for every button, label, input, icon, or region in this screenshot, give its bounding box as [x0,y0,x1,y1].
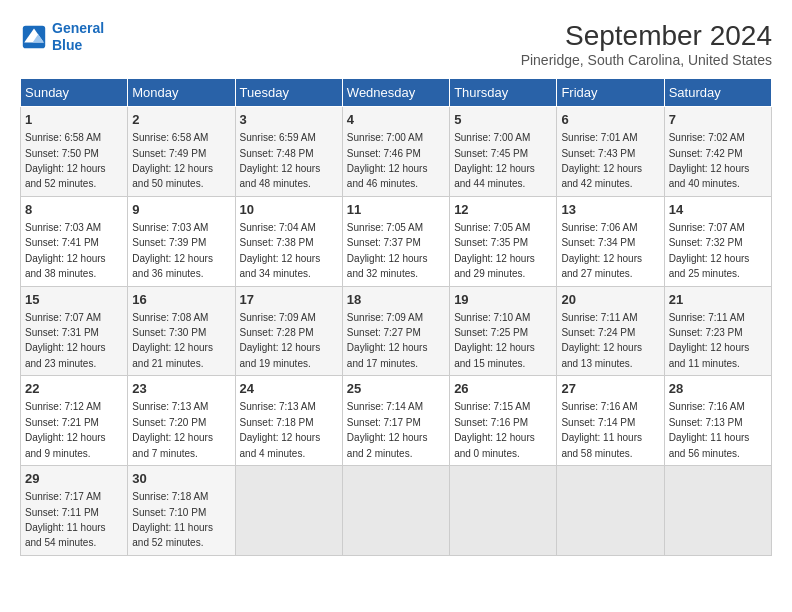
day-number: 26 [454,380,552,398]
weekday-header-row: SundayMondayTuesdayWednesdayThursdayFrid… [21,79,772,107]
location-text: Pineridge, South Carolina, United States [521,52,772,68]
page-header: General Blue September 2024 Pineridge, S… [20,20,772,68]
day-number: 5 [454,111,552,129]
weekday-header-monday: Monday [128,79,235,107]
day-info: Sunrise: 7:03 AMSunset: 7:41 PMDaylight:… [25,222,106,279]
day-info: Sunrise: 7:18 AMSunset: 7:10 PMDaylight:… [132,491,213,548]
calendar-cell [450,466,557,556]
weekday-header-sunday: Sunday [21,79,128,107]
logo-text: General Blue [52,20,104,54]
calendar-week-2: 8 Sunrise: 7:03 AMSunset: 7:41 PMDayligh… [21,196,772,286]
weekday-header-tuesday: Tuesday [235,79,342,107]
day-number: 20 [561,291,659,309]
day-info: Sunrise: 7:09 AMSunset: 7:28 PMDaylight:… [240,312,321,369]
day-info: Sunrise: 7:09 AMSunset: 7:27 PMDaylight:… [347,312,428,369]
calendar-cell: 1 Sunrise: 6:58 AMSunset: 7:50 PMDayligh… [21,107,128,197]
day-number: 7 [669,111,767,129]
day-number: 17 [240,291,338,309]
day-number: 13 [561,201,659,219]
day-number: 3 [240,111,338,129]
day-number: 21 [669,291,767,309]
calendar-cell: 11 Sunrise: 7:05 AMSunset: 7:37 PMDaylig… [342,196,449,286]
day-number: 22 [25,380,123,398]
calendar-cell: 17 Sunrise: 7:09 AMSunset: 7:28 PMDaylig… [235,286,342,376]
day-info: Sunrise: 6:58 AMSunset: 7:49 PMDaylight:… [132,132,213,189]
day-number: 18 [347,291,445,309]
day-number: 4 [347,111,445,129]
weekday-header-saturday: Saturday [664,79,771,107]
calendar-cell: 5 Sunrise: 7:00 AMSunset: 7:45 PMDayligh… [450,107,557,197]
day-info: Sunrise: 7:13 AMSunset: 7:18 PMDaylight:… [240,401,321,458]
month-title: September 2024 [521,20,772,52]
day-info: Sunrise: 7:05 AMSunset: 7:35 PMDaylight:… [454,222,535,279]
calendar-cell: 28 Sunrise: 7:16 AMSunset: 7:13 PMDaylig… [664,376,771,466]
logo-line1: General [52,20,104,36]
day-info: Sunrise: 7:06 AMSunset: 7:34 PMDaylight:… [561,222,642,279]
calendar-cell: 18 Sunrise: 7:09 AMSunset: 7:27 PMDaylig… [342,286,449,376]
day-number: 2 [132,111,230,129]
calendar-cell: 20 Sunrise: 7:11 AMSunset: 7:24 PMDaylig… [557,286,664,376]
day-info: Sunrise: 7:07 AMSunset: 7:32 PMDaylight:… [669,222,750,279]
day-info: Sunrise: 7:03 AMSunset: 7:39 PMDaylight:… [132,222,213,279]
calendar-cell: 10 Sunrise: 7:04 AMSunset: 7:38 PMDaylig… [235,196,342,286]
day-number: 27 [561,380,659,398]
day-info: Sunrise: 7:17 AMSunset: 7:11 PMDaylight:… [25,491,106,548]
calendar-cell: 16 Sunrise: 7:08 AMSunset: 7:30 PMDaylig… [128,286,235,376]
day-number: 23 [132,380,230,398]
calendar-cell: 30 Sunrise: 7:18 AMSunset: 7:10 PMDaylig… [128,466,235,556]
calendar-cell: 3 Sunrise: 6:59 AMSunset: 7:48 PMDayligh… [235,107,342,197]
day-number: 14 [669,201,767,219]
calendar-cell: 14 Sunrise: 7:07 AMSunset: 7:32 PMDaylig… [664,196,771,286]
day-info: Sunrise: 7:13 AMSunset: 7:20 PMDaylight:… [132,401,213,458]
calendar-cell: 15 Sunrise: 7:07 AMSunset: 7:31 PMDaylig… [21,286,128,376]
day-info: Sunrise: 7:15 AMSunset: 7:16 PMDaylight:… [454,401,535,458]
logo-icon [20,23,48,51]
day-info: Sunrise: 7:00 AMSunset: 7:46 PMDaylight:… [347,132,428,189]
calendar-cell [235,466,342,556]
calendar-cell: 12 Sunrise: 7:05 AMSunset: 7:35 PMDaylig… [450,196,557,286]
calendar-cell: 19 Sunrise: 7:10 AMSunset: 7:25 PMDaylig… [450,286,557,376]
calendar-cell: 7 Sunrise: 7:02 AMSunset: 7:42 PMDayligh… [664,107,771,197]
day-info: Sunrise: 7:01 AMSunset: 7:43 PMDaylight:… [561,132,642,189]
calendar-cell: 22 Sunrise: 7:12 AMSunset: 7:21 PMDaylig… [21,376,128,466]
calendar-week-1: 1 Sunrise: 6:58 AMSunset: 7:50 PMDayligh… [21,107,772,197]
calendar-cell: 9 Sunrise: 7:03 AMSunset: 7:39 PMDayligh… [128,196,235,286]
day-info: Sunrise: 7:12 AMSunset: 7:21 PMDaylight:… [25,401,106,458]
calendar-cell: 25 Sunrise: 7:14 AMSunset: 7:17 PMDaylig… [342,376,449,466]
day-number: 11 [347,201,445,219]
day-number: 8 [25,201,123,219]
day-info: Sunrise: 7:11 AMSunset: 7:23 PMDaylight:… [669,312,750,369]
day-info: Sunrise: 7:14 AMSunset: 7:17 PMDaylight:… [347,401,428,458]
day-info: Sunrise: 7:11 AMSunset: 7:24 PMDaylight:… [561,312,642,369]
calendar-cell: 26 Sunrise: 7:15 AMSunset: 7:16 PMDaylig… [450,376,557,466]
calendar-week-4: 22 Sunrise: 7:12 AMSunset: 7:21 PMDaylig… [21,376,772,466]
weekday-header-friday: Friday [557,79,664,107]
calendar-cell: 8 Sunrise: 7:03 AMSunset: 7:41 PMDayligh… [21,196,128,286]
logo: General Blue [20,20,104,54]
day-info: Sunrise: 7:10 AMSunset: 7:25 PMDaylight:… [454,312,535,369]
calendar-cell [557,466,664,556]
day-number: 10 [240,201,338,219]
day-number: 1 [25,111,123,129]
calendar-cell [342,466,449,556]
calendar-cell: 13 Sunrise: 7:06 AMSunset: 7:34 PMDaylig… [557,196,664,286]
day-number: 28 [669,380,767,398]
day-number: 30 [132,470,230,488]
day-info: Sunrise: 7:16 AMSunset: 7:14 PMDaylight:… [561,401,642,458]
calendar-table: SundayMondayTuesdayWednesdayThursdayFrid… [20,78,772,556]
day-info: Sunrise: 7:00 AMSunset: 7:45 PMDaylight:… [454,132,535,189]
day-number: 24 [240,380,338,398]
day-number: 29 [25,470,123,488]
day-info: Sunrise: 6:58 AMSunset: 7:50 PMDaylight:… [25,132,106,189]
calendar-week-3: 15 Sunrise: 7:07 AMSunset: 7:31 PMDaylig… [21,286,772,376]
day-number: 16 [132,291,230,309]
day-info: Sunrise: 7:02 AMSunset: 7:42 PMDaylight:… [669,132,750,189]
calendar-week-5: 29 Sunrise: 7:17 AMSunset: 7:11 PMDaylig… [21,466,772,556]
title-block: September 2024 Pineridge, South Carolina… [521,20,772,68]
day-number: 12 [454,201,552,219]
calendar-cell: 23 Sunrise: 7:13 AMSunset: 7:20 PMDaylig… [128,376,235,466]
calendar-cell: 27 Sunrise: 7:16 AMSunset: 7:14 PMDaylig… [557,376,664,466]
day-info: Sunrise: 7:16 AMSunset: 7:13 PMDaylight:… [669,401,750,458]
day-info: Sunrise: 7:07 AMSunset: 7:31 PMDaylight:… [25,312,106,369]
day-info: Sunrise: 6:59 AMSunset: 7:48 PMDaylight:… [240,132,321,189]
